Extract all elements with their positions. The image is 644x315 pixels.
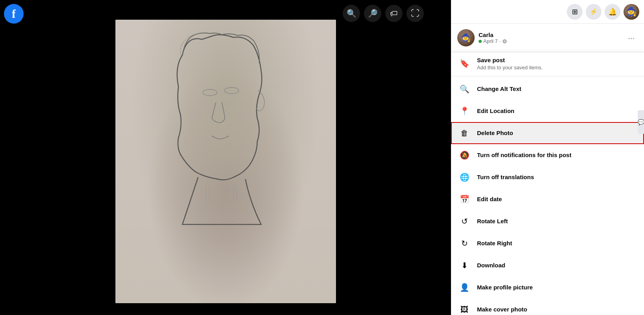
zoom-out-button[interactable]: 🔎 [364,5,381,22]
download-icon: ⬇ [457,258,471,272]
menu-item-turn-off-notifications[interactable]: 🔕Turn off notifications for this post [451,144,644,166]
svg-line-4 [189,117,198,118]
post-header: 🧙 Carla April 7 · ⚙ ··· [451,24,644,52]
menu-item-rotate-right[interactable]: ↻Rotate Right [451,232,644,254]
zoom-in-button[interactable]: 🔍 [343,5,360,22]
svg-line-2 [190,108,200,110]
grid-icon: ⊞ [572,7,578,16]
photo-area: ~ [0,0,451,315]
photo-toolbar: 🔍 🔎 🏷 ⛶ [343,5,424,22]
messenger-button[interactable]: ⚡ [586,4,601,20]
zoom-out-icon: 🔎 [368,9,378,18]
notifications-button[interactable]: 🔔 [605,4,620,20]
fullscreen-button[interactable]: ⛶ [406,5,424,22]
save-post-subtitle: Add this to your saved items. [477,65,638,70]
profile-avatar-button[interactable]: 🧙 [624,4,639,20]
rotate-right-icon: ↻ [457,236,471,250]
change-alt-text-title: Change Alt Text [477,85,638,93]
delete-photo-icon: 🗑 [457,126,471,140]
sketch-image: ~ [115,20,336,303]
avatar: 🧙 [624,4,639,20]
rotate-left-title: Rotate Left [477,217,638,225]
edit-location-icon: 📍 [457,104,471,118]
menu-item-make-cover-photo[interactable]: 🖼Make cover photo [451,298,644,315]
svg-line-6 [242,114,252,115]
turn-off-notifications-icon: 🔕 [457,148,471,162]
facebook-logo[interactable]: f [4,4,24,24]
svg-line-5 [241,109,251,110]
rotate-left-icon: ↺ [457,214,471,228]
context-menu: 🔖Save postAdd this to your saved items.🔍… [451,52,644,315]
post-user-avatar: 🧙 [457,29,475,46]
privacy-gear-icon[interactable]: ⚙ [502,38,507,44]
svg-point-1 [225,87,239,94]
edit-date-title: Edit date [477,195,638,203]
turn-off-translations-title: Turn off translations [477,173,638,181]
svg-line-3 [189,113,199,114]
edit-date-icon: 📅 [457,192,471,206]
save-post-title: Save post [477,56,638,64]
online-indicator [479,40,482,43]
menu-item-rotate-left[interactable]: ↺Rotate Left [451,210,644,232]
menu-divider-1 [451,76,644,76]
delete-photo-title: Delete Photo [477,129,638,137]
comment-icon: 💬 [638,119,644,125]
turn-off-translations-icon: 🌐 [457,170,471,184]
svg-point-0 [203,89,217,96]
change-alt-text-icon: 🔍 [457,82,471,96]
bell-icon: 🔔 [608,7,617,16]
navbar: ⊞ ⚡ 🔔 🧙 [451,0,644,24]
post-username: Carla [479,32,625,38]
right-panel: ⊞ ⚡ 🔔 🧙 🧙 Carla April 7 · ⚙ ··· 🔖Save po… [451,0,644,315]
turn-off-notifications-title: Turn off notifications for this post [477,151,638,159]
grid-menu-button[interactable]: ⊞ [567,4,583,20]
more-options-button[interactable]: ··· [625,32,638,44]
menu-item-turn-off-translations[interactable]: 🌐Turn off translations [451,166,644,188]
make-cover-photo-title: Make cover photo [477,306,638,313]
comment-sidebar: 💬 [638,110,644,134]
make-profile-picture-title: Make profile picture [477,284,638,291]
svg-line-7 [243,118,252,119]
edit-location-title: Edit Location [477,107,638,115]
make-cover-photo-icon: 🖼 [457,302,471,315]
save-post-icon: 🔖 [457,56,471,70]
make-profile-picture-icon: 👤 [457,280,471,295]
menu-item-edit-date[interactable]: 📅Edit date [451,188,644,210]
tag-button[interactable]: 🏷 [385,5,403,22]
post-date: April 7 [483,38,498,44]
zoom-in-icon: 🔍 [347,9,356,18]
rotate-right-title: Rotate Right [477,239,638,247]
tag-icon: 🏷 [390,9,398,18]
menu-item-change-alt-text[interactable]: 🔍Change Alt Text [451,78,644,100]
menu-item-edit-location[interactable]: 📍Edit Location [451,100,644,122]
post-meta: April 7 · ⚙ [479,38,625,44]
menu-item-delete-photo[interactable]: 🗑Delete Photo [451,122,644,144]
menu-item-save-post[interactable]: 🔖Save postAdd this to your saved items. [451,52,644,74]
svg-text:~: ~ [231,220,234,223]
messenger-icon: ⚡ [590,8,598,15]
menu-item-download[interactable]: ⬇Download [451,254,644,276]
menu-item-make-profile-picture[interactable]: 👤Make profile picture [451,276,644,298]
fullscreen-icon: ⛶ [411,8,419,19]
download-title: Download [477,261,638,269]
